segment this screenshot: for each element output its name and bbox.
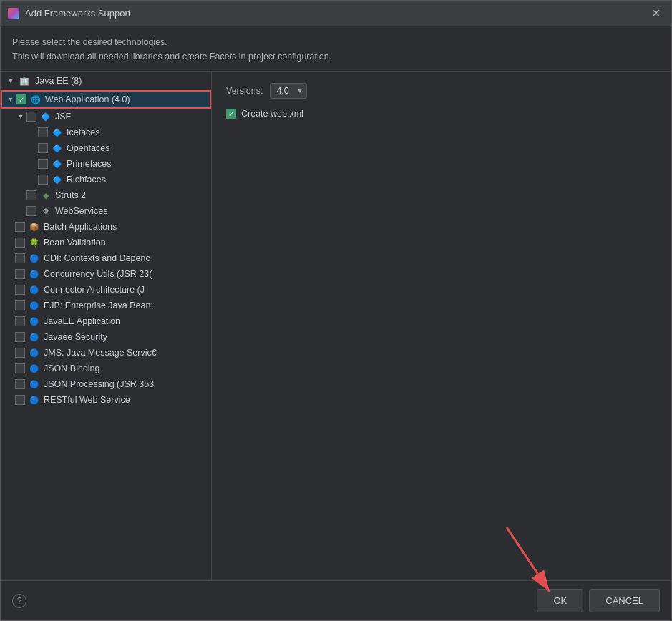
json-processing-label: JSON Processing (JSR 353 [44, 379, 154, 389]
create-xml-row: ✓ Create web.xml [226, 109, 657, 119]
connector-icon: 🔵 [29, 284, 40, 295]
tree-item-bean-validation[interactable]: 🍀 Bean Validation [1, 235, 211, 250]
openfaces-icon: 🔷 [52, 142, 63, 154]
icefaces-checkbox[interactable] [38, 127, 48, 137]
json-binding-label: JSON Binding [44, 363, 100, 373]
tree-item-jms[interactable]: 🔵 JMS: Java Message Servic€ [1, 345, 211, 361]
concurrency-checkbox[interactable] [15, 269, 25, 279]
versions-select[interactable]: 3.0 3.1 4.0 [270, 83, 307, 99]
tree-item-openfaces[interactable]: 🔷 Openfaces [1, 140, 211, 156]
primefaces-label: Primefaces [67, 159, 112, 169]
primefaces-checkbox[interactable] [38, 159, 48, 169]
security-checkbox[interactable] [15, 332, 25, 342]
bottom-bar: ? OK CANCEL [1, 580, 671, 620]
title-bar: Add Frameworks Support ✕ [1, 1, 671, 26]
concurrency-label: Concurrency Utils (JSR 23( [44, 269, 152, 279]
right-panel: Versions: 3.0 3.1 4.0 ✓ Create web.xml [212, 72, 671, 580]
web-app-label: Web Application (4.0) [45, 94, 130, 104]
tree-item-ejb[interactable]: 🔵 EJB: Enterprise Java Bean: [1, 298, 211, 313]
jms-icon: 🔵 [29, 347, 40, 358]
tree-item-connector[interactable]: 🔵 Connector Architecture (J [1, 282, 211, 298]
jsf-expand[interactable]: ▼ [16, 112, 25, 121]
tree-item-webservices[interactable]: ⚙ WebServices [1, 203, 211, 219]
primefaces-icon: 🔷 [52, 158, 63, 170]
struts2-checkbox[interactable] [26, 190, 36, 200]
jsf-icon: 🔷 [40, 111, 52, 122]
connector-label: Connector Architecture (J [44, 285, 145, 295]
security-icon: 🔵 [29, 331, 40, 343]
bean-label: Bean Validation [44, 238, 106, 248]
javaee-app-label: JavaEE Application [44, 316, 120, 326]
tree-item-json-processing[interactable]: 🔵 JSON Processing (JSR 353 [1, 376, 211, 392]
bean-icon: 🍀 [29, 237, 40, 248]
json-binding-checkbox[interactable] [15, 363, 25, 373]
tree-item-primefaces[interactable]: 🔷 Primefaces [1, 156, 211, 172]
section-expand-arrow[interactable]: ▼ [6, 77, 15, 85]
webservices-checkbox[interactable] [26, 206, 36, 216]
versions-select-wrapper: 3.0 3.1 4.0 [270, 83, 307, 99]
gear-icon: ⚙ [40, 205, 52, 217]
help-icon-label: ? [17, 596, 22, 606]
json-processing-checkbox[interactable] [15, 379, 25, 389]
struts2-label: Struts 2 [55, 190, 86, 200]
web-app-expand[interactable]: ▼ [6, 95, 15, 104]
tree-item-batch[interactable]: 📦 Batch Applications [1, 219, 211, 235]
section-header: ▼ 🏢 Java EE (8) [1, 72, 211, 90]
restful-label: RESTful Web Service [44, 395, 130, 405]
web-app-checkbox[interactable]: ✓ [16, 94, 26, 104]
cdi-checkbox[interactable] [15, 253, 25, 263]
web-icon: 🌐 [30, 94, 42, 105]
tree-item-restful[interactable]: 🔵 RESTful Web Service [1, 392, 211, 408]
security-label: Javaee Security [44, 332, 107, 342]
batch-label: Batch Applications [44, 222, 117, 232]
tree-item-cdi[interactable]: 🔵 CDI: Contexts and Depenc [1, 250, 211, 266]
jms-checkbox[interactable] [15, 348, 25, 358]
json-binding-icon: 🔵 [29, 363, 40, 374]
javaee-app-icon: 🔵 [29, 316, 40, 327]
jsf-label: JSF [55, 112, 71, 122]
json-processing-icon: 🔵 [29, 378, 40, 390]
versions-label: Versions: [226, 86, 263, 96]
concurrent-icon: 🔵 [29, 268, 40, 280]
openfaces-label: Openfaces [67, 143, 109, 153]
dialog-title: Add Frameworks Support [25, 8, 647, 19]
connector-checkbox[interactable] [15, 285, 25, 295]
tree-item-security[interactable]: 🔵 Javaee Security [1, 329, 211, 345]
ejb-checkbox[interactable] [15, 300, 25, 310]
richfaces-icon: 🔷 [52, 174, 63, 185]
icefaces-icon: 🔷 [52, 127, 63, 138]
jms-label: JMS: Java Message Servic€ [44, 348, 157, 358]
javaee-icon: 🏢 [19, 77, 29, 86]
tree-item-web-application[interactable]: ▼ ✓ 🌐 Web Application (4.0) [1, 90, 211, 109]
openfaces-checkbox[interactable] [38, 143, 48, 153]
create-xml-label: Create web.xml [241, 109, 303, 119]
tree-item-icefaces[interactable]: 🔷 Icefaces [1, 124, 211, 140]
ok-button[interactable]: OK [537, 589, 583, 612]
tree-item-json-binding[interactable]: 🔵 JSON Binding [1, 361, 211, 376]
app-icon [8, 8, 19, 19]
richfaces-checkbox[interactable] [38, 175, 48, 185]
tree-item-javaee-app[interactable]: 🔵 JavaEE Application [1, 313, 211, 329]
bean-checkbox[interactable] [15, 238, 25, 248]
help-button[interactable]: ? [12, 594, 26, 608]
add-frameworks-dialog: Add Frameworks Support ✕ Please select t… [0, 0, 672, 621]
richfaces-label: Richfaces [67, 175, 106, 185]
batch-icon: 📦 [29, 221, 40, 233]
description-line2: This will download all needed libraries … [12, 49, 660, 64]
struts-icon: ◆ [40, 190, 52, 201]
close-button[interactable]: ✕ [647, 5, 664, 22]
create-xml-checkbox[interactable]: ✓ [226, 109, 236, 119]
ejb-icon: 🔵 [29, 300, 40, 311]
restful-checkbox[interactable] [15, 395, 25, 405]
tree-item-richfaces[interactable]: 🔷 Richfaces [1, 172, 211, 187]
cancel-button[interactable]: CANCEL [589, 589, 660, 612]
javaee-app-checkbox[interactable] [15, 316, 25, 326]
button-group: OK CANCEL [537, 589, 660, 612]
tree-item-jsf[interactable]: ▼ 🔷 JSF [1, 109, 211, 124]
tree-item-struts2[interactable]: ◆ Struts 2 [1, 187, 211, 203]
restful-icon: 🔵 [29, 394, 40, 406]
ejb-label: EJB: Enterprise Java Bean: [44, 300, 153, 310]
jsf-checkbox[interactable] [26, 112, 36, 122]
tree-item-concurrency[interactable]: 🔵 Concurrency Utils (JSR 23( [1, 266, 211, 282]
batch-checkbox[interactable] [15, 222, 25, 232]
